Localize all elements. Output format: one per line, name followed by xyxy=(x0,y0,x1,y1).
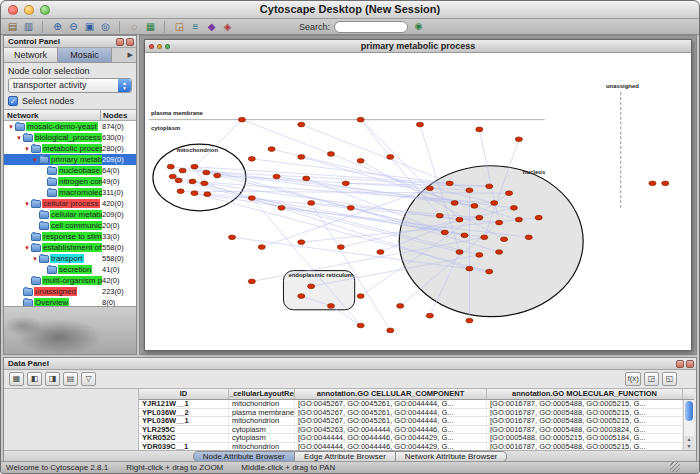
network-node[interactable] xyxy=(201,181,208,186)
network-node[interactable] xyxy=(451,201,458,206)
tree-row[interactable]: cellular metabo...209(0) xyxy=(4,209,136,220)
select-all-attributes-button[interactable]: ▤ xyxy=(63,372,78,386)
select-attributes-button[interactable]: ▦ xyxy=(9,372,24,386)
network-overview-thumbnail[interactable] xyxy=(4,306,136,354)
column-header[interactable]: _cellularLayoutRegion xyxy=(229,389,295,399)
search-input[interactable] xyxy=(334,21,408,33)
tree-row[interactable]: macromolecul...311(0) xyxy=(4,187,136,198)
network-node[interactable] xyxy=(268,147,275,152)
delete-attribute-trash-button[interactable]: ▽ xyxy=(81,372,96,386)
network-node[interactable] xyxy=(327,152,334,157)
network-node[interactable] xyxy=(515,137,522,142)
network-node[interactable] xyxy=(466,318,473,323)
expander-icon[interactable]: ▼ xyxy=(23,146,31,152)
expander-icon[interactable]: ▼ xyxy=(23,245,31,251)
network-node[interactable] xyxy=(397,304,404,309)
resize-grip[interactable] xyxy=(670,462,680,472)
save-session-button[interactable]: ▥ xyxy=(21,20,36,34)
network-node[interactable] xyxy=(496,250,503,255)
network-node[interactable] xyxy=(426,313,433,318)
close-panel-button[interactable] xyxy=(126,38,134,46)
column-header[interactable]: annotation.GO MOLECULAR_FUNCTION xyxy=(487,389,683,399)
network-node[interactable] xyxy=(191,191,198,196)
tree-row[interactable]: ▼mosaic-demo-yeast874(0) xyxy=(4,121,136,132)
network-node[interactable] xyxy=(486,269,493,274)
network-node[interactable] xyxy=(476,127,483,132)
tree-row[interactable]: response to stimu...33(0) xyxy=(4,231,136,242)
network-node[interactable] xyxy=(416,122,423,127)
network-node[interactable] xyxy=(456,250,463,255)
tab-mosaic[interactable]: Mosaic xyxy=(58,48,112,62)
network-node[interactable] xyxy=(491,201,498,206)
network-edge[interactable] xyxy=(301,125,469,191)
create-new-attribute-button[interactable]: ◧ xyxy=(27,372,42,386)
tab-overflow-button[interactable]: ▶ xyxy=(125,48,136,62)
table-row[interactable]: YLR295Ccytoplasm[GO:0045263, GO:0044444,… xyxy=(139,426,683,435)
network-node[interactable] xyxy=(525,235,532,240)
node-color-dropdown[interactable]: transporter activity xyxy=(8,78,132,93)
tree-row[interactable]: ▼transport558(0) xyxy=(4,253,136,264)
float-panel-button[interactable] xyxy=(116,38,124,46)
network-node[interactable] xyxy=(189,179,196,184)
network-node[interactable] xyxy=(337,245,344,250)
network-node[interactable] xyxy=(486,184,493,189)
network-node[interactable] xyxy=(426,186,433,191)
network-node[interactable] xyxy=(387,155,394,160)
network-close-button[interactable] xyxy=(149,44,154,49)
table-row[interactable]: YPL036W__2plasma membrane[GO:0045267, GO… xyxy=(139,409,683,418)
function-builder-button[interactable]: f(x) xyxy=(625,372,641,386)
network-node[interactable] xyxy=(298,240,305,245)
tree-row[interactable]: secretion41(0) xyxy=(4,264,136,275)
network-node[interactable] xyxy=(476,253,483,258)
network-node[interactable] xyxy=(248,196,255,201)
import-attributes-button[interactable]: ≡ xyxy=(188,20,203,34)
table-row[interactable]: YPL036W__1mitochondrion[GO:0045267, GO:0… xyxy=(139,417,683,426)
table-row[interactable]: YKR052Ccytoplasm[GO:0044444, GO:0044446,… xyxy=(139,434,683,443)
nodes-column-header[interactable]: Nodes xyxy=(100,110,136,120)
network-node[interactable] xyxy=(387,328,394,333)
network-node[interactable] xyxy=(298,155,305,160)
tab-network[interactable]: Network xyxy=(4,48,58,62)
network-node[interactable] xyxy=(377,250,384,255)
network-node[interactable] xyxy=(278,206,285,211)
expander-icon[interactable]: ▼ xyxy=(31,256,39,262)
tree-row[interactable]: unassigned223(0) xyxy=(4,286,136,297)
network-maximize-button[interactable] xyxy=(165,44,170,49)
column-header[interactable]: ID xyxy=(139,389,229,399)
scrollbar-arrows-icon[interactable]: ▲▼ xyxy=(684,436,694,450)
network-node[interactable] xyxy=(298,122,305,127)
tree-row[interactable]: ▼metabolic process280(0) xyxy=(4,143,136,154)
scrollbar-thumb[interactable] xyxy=(685,401,693,421)
network-node[interactable] xyxy=(248,157,255,162)
network-minimize-button[interactable] xyxy=(157,44,162,49)
import-network-button[interactable]: ◲ xyxy=(172,20,187,34)
expander-icon[interactable]: ▼ xyxy=(15,135,23,141)
close-data-panel-button[interactable] xyxy=(686,360,694,368)
network-node[interactable] xyxy=(191,164,198,169)
network-node[interactable] xyxy=(466,188,473,193)
network-edge[interactable] xyxy=(361,120,391,157)
network-window-titlebar[interactable]: primary metabolic process xyxy=(145,40,691,53)
network-node[interactable] xyxy=(214,173,221,178)
table-scrollbar[interactable]: ▲▼ xyxy=(683,400,694,450)
network-node[interactable] xyxy=(357,323,364,328)
tree-row[interactable]: nitrogen compo...49(0) xyxy=(4,176,136,187)
zoom-fit-content-button[interactable]: ◎ xyxy=(98,20,113,34)
window-titlebar[interactable]: Cytoscape Desktop (New Session) xyxy=(1,1,699,19)
table-row[interactable]: YJR121W__1mitochondrion[GO:0045267, GO:0… xyxy=(139,400,683,409)
network-node[interactable] xyxy=(327,304,334,309)
network-node[interactable] xyxy=(500,237,507,242)
network-node[interactable] xyxy=(496,220,503,225)
expander-icon[interactable]: ▼ xyxy=(7,124,15,130)
import-attributes-file-button[interactable]: ◲ xyxy=(644,372,659,386)
tree-row[interactable]: ▼establishment of l...558(0) xyxy=(4,242,136,253)
tree-row[interactable]: Overview8(0) xyxy=(4,297,136,306)
open-session-button[interactable]: ▤ xyxy=(5,20,20,34)
network-node[interactable] xyxy=(456,217,463,222)
network-node[interactable] xyxy=(515,217,522,222)
network-node[interactable] xyxy=(662,181,669,186)
network-node[interactable] xyxy=(357,117,364,122)
tree-row[interactable]: cell communica...20(0) xyxy=(4,220,136,231)
float-data-panel-button[interactable] xyxy=(676,360,684,368)
network-node[interactable] xyxy=(505,191,512,196)
